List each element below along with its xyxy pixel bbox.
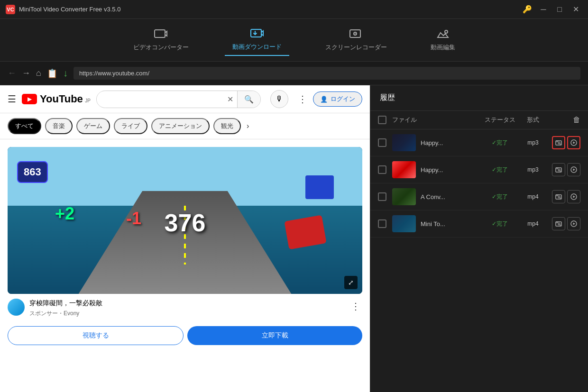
app-icon: VC bbox=[6, 5, 15, 14]
game-blue-box bbox=[305, 175, 334, 199]
play-circle-icon bbox=[570, 166, 577, 173]
app-title: MiniTool Video Converter Free v3.5.0 bbox=[19, 6, 120, 13]
close-button[interactable]: ✕ bbox=[569, 5, 582, 14]
play-circle-icon bbox=[570, 220, 577, 227]
home-button[interactable]: ⌂ bbox=[36, 68, 41, 78]
row2-status: ✓完了 bbox=[481, 166, 519, 174]
video-edit-icon bbox=[436, 29, 450, 40]
svg-point-5 bbox=[445, 30, 448, 33]
row1-actions bbox=[547, 136, 580, 149]
svg-point-4 bbox=[355, 33, 356, 34]
video-more-icon[interactable]: ⋮ bbox=[349, 299, 362, 314]
video-share-button[interactable]: ⤢ bbox=[344, 276, 358, 289]
video-info: 穿梭障礙間，一撃必殺敵 スポンサー・Evony ⋮ bbox=[8, 294, 362, 322]
window-controls: 🔑 ─ □ ✕ bbox=[521, 5, 582, 14]
immediate-download-button[interactable]: 立即下載 bbox=[187, 326, 362, 345]
category-animation[interactable]: アニメーション bbox=[151, 118, 210, 134]
header-format: 形式 bbox=[519, 116, 547, 124]
header-file: ファイル bbox=[392, 116, 481, 124]
tab-video-converter[interactable]: ビデオコンバーター bbox=[126, 25, 196, 55]
tab-video-download[interactable]: 動画ダウンロード bbox=[225, 25, 289, 56]
maximize-button[interactable]: □ bbox=[553, 5, 566, 14]
row3-play-button[interactable] bbox=[567, 190, 580, 203]
login-button[interactable]: 👤 ログイン bbox=[313, 91, 362, 107]
history-table-header: ファイル ステータス 形式 🗑 bbox=[370, 111, 588, 129]
header-actions-col: 🗑 bbox=[547, 116, 580, 124]
main-area: ☰ YouTube JP ✕ 🔍 🎙 ⋮ 👤 ログイン すべて bbox=[0, 85, 588, 392]
row4-checkbox[interactable] bbox=[378, 219, 386, 228]
row2-format: mp3 bbox=[519, 166, 547, 173]
row3-check-col bbox=[378, 192, 392, 201]
url-input[interactable] bbox=[74, 67, 580, 80]
row1-format: mp3 bbox=[519, 139, 547, 146]
game-plus2-score: +2 bbox=[55, 204, 74, 224]
download-arrow-button[interactable]: ↓ bbox=[63, 68, 68, 79]
history-row: Happy... ✓完了 mp3 bbox=[370, 129, 588, 156]
title-bar-left: VC MiniTool Video Converter Free v3.5.0 bbox=[6, 5, 120, 14]
forward-button[interactable]: → bbox=[22, 68, 30, 78]
row4-thumbnail bbox=[392, 215, 416, 232]
category-sightseeing[interactable]: 観光 bbox=[213, 118, 241, 134]
mic-button[interactable]: 🎙 bbox=[270, 90, 288, 108]
video-section: 863 +2 -1 376 ⤢ 穿梭障礙間，一撃必殺敵 スポンサー・Evony … bbox=[0, 139, 370, 356]
category-all[interactable]: すべて bbox=[8, 118, 41, 134]
video-title: 穿梭障礙間，一撃必殺敵 bbox=[29, 299, 344, 308]
row3-locate-button[interactable] bbox=[552, 190, 565, 203]
row4-format: mp4 bbox=[519, 220, 547, 227]
category-music[interactable]: 音楽 bbox=[45, 118, 73, 134]
video-action-row: 視聴する 立即下載 bbox=[8, 322, 362, 349]
browser-content[interactable]: ☰ YouTube JP ✕ 🔍 🎙 ⋮ 👤 ログイン すべて bbox=[0, 85, 370, 392]
row2-checkbox[interactable] bbox=[378, 165, 386, 174]
youtube-logo-text: YouTube bbox=[40, 93, 83, 105]
header-status: ステータス bbox=[481, 116, 519, 124]
folder-search-icon bbox=[555, 193, 562, 200]
more-options-icon[interactable]: ⋮ bbox=[298, 93, 307, 105]
youtube-menu-icon[interactable]: ☰ bbox=[8, 93, 16, 105]
play-circle-icon bbox=[570, 139, 577, 146]
video-thumbnail[interactable]: 863 +2 -1 376 ⤢ bbox=[8, 147, 362, 294]
row2-locate-button[interactable] bbox=[552, 163, 565, 176]
select-all-checkbox[interactable] bbox=[378, 116, 386, 124]
youtube-search-input[interactable] bbox=[97, 91, 223, 107]
history-title: 履歴 bbox=[370, 85, 588, 111]
row1-status: ✓完了 bbox=[481, 139, 519, 147]
row1-checkbox[interactable] bbox=[378, 138, 386, 147]
watch-button[interactable]: 視聴する bbox=[8, 326, 184, 345]
youtube-header: ☰ YouTube JP ✕ 🔍 🎙 ⋮ 👤 ログイン bbox=[0, 85, 370, 113]
row3-actions bbox=[547, 190, 580, 203]
clipboard-button[interactable]: 📋 bbox=[47, 68, 57, 79]
tab-video-edit[interactable]: 動画編集 bbox=[423, 25, 463, 55]
youtube-logo-icon bbox=[22, 94, 37, 104]
row1-locate-button[interactable] bbox=[552, 136, 565, 149]
search-clear-icon[interactable]: ✕ bbox=[223, 95, 237, 104]
key-icon[interactable]: 🔑 bbox=[521, 5, 534, 14]
row3-format: mp4 bbox=[519, 193, 547, 200]
row4-play-button[interactable] bbox=[567, 217, 580, 230]
search-submit-button[interactable]: 🔍 bbox=[237, 91, 260, 108]
svg-rect-0 bbox=[155, 30, 165, 37]
row3-checkbox[interactable] bbox=[378, 192, 386, 201]
row4-status: ✓完了 bbox=[481, 220, 519, 228]
row4-check-col bbox=[378, 219, 392, 228]
row3-thumbnail bbox=[392, 188, 416, 205]
delete-all-icon[interactable]: 🗑 bbox=[573, 116, 580, 124]
browser-bar: ← → ⌂ 📋 ↓ bbox=[0, 62, 588, 85]
row1-thumbnail bbox=[392, 134, 416, 151]
login-person-icon: 👤 bbox=[320, 96, 328, 103]
folder-search-icon bbox=[555, 139, 562, 146]
tab-video-download-label: 動画ダウンロード bbox=[232, 43, 282, 51]
tab-screen-recorder[interactable]: スクリーンレコーダー bbox=[318, 25, 395, 55]
row4-locate-button[interactable] bbox=[552, 217, 565, 230]
game-score-box: 863 bbox=[17, 161, 48, 183]
youtube-categories: すべて 音楽 ゲーム ライブ アニメーション 観光 › bbox=[0, 113, 370, 139]
row1-play-button[interactable] bbox=[567, 136, 580, 149]
minimize-button[interactable]: ─ bbox=[537, 5, 550, 14]
category-live[interactable]: ライブ bbox=[114, 118, 147, 134]
video-download-icon bbox=[250, 28, 264, 40]
category-game[interactable]: ゲーム bbox=[76, 118, 110, 134]
category-arrow-icon[interactable]: › bbox=[247, 122, 249, 130]
row2-play-button[interactable] bbox=[567, 163, 580, 176]
title-bar: VC MiniTool Video Converter Free v3.5.0 … bbox=[0, 0, 588, 19]
row1-filename: Happy... bbox=[421, 139, 481, 146]
back-button[interactable]: ← bbox=[8, 68, 16, 78]
